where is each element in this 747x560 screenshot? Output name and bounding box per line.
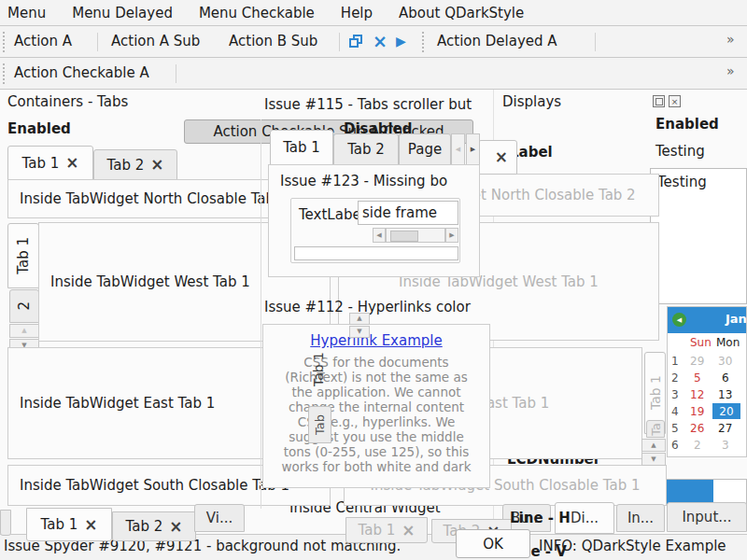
- issue115-tab-1[interactable]: Tab 1: [270, 130, 333, 165]
- tab-scroll-down-button[interactable]: ▼: [641, 453, 666, 466]
- menu-item-help[interactable]: Help: [341, 5, 373, 21]
- north-tab-1[interactable]: Tab 1 ×: [7, 146, 93, 180]
- disabled-south-tab-1[interactable]: Tab 1 ×: [345, 517, 428, 543]
- calendar-day[interactable]: 12: [690, 388, 704, 401]
- tab-label: Page: [408, 141, 442, 158]
- calendar-day[interactable]: 3: [722, 439, 729, 452]
- calendar-day[interactable]: 5: [694, 371, 701, 385]
- close-icon[interactable]: ×: [373, 31, 388, 51]
- scrollbar-track[interactable]: [386, 228, 445, 243]
- dock-tab-inputs-no-fields[interactable]: Input...: [667, 502, 747, 532]
- menu-item-menu-checkable[interactable]: Menu Checkable: [199, 5, 315, 21]
- disabled-east-tab-2[interactable]: Ta: [646, 420, 665, 438]
- calendar-day[interactable]: 19: [690, 405, 704, 418]
- tab-scroll-left-button[interactable]: ◀: [451, 133, 465, 165]
- qdarkstyle-example-window: Menu Menu Delayed Menu Checkable Help Ab…: [0, 0, 747, 560]
- tab-close-icon[interactable]: ×: [169, 519, 182, 535]
- calendar-day[interactable]: 29: [690, 355, 704, 368]
- issue123-frame: TextLabel side frame ◀ ▶: [290, 198, 460, 263]
- calendar-day[interactable]: 27: [718, 422, 732, 435]
- tab-close-icon[interactable]: ×: [495, 149, 508, 165]
- tab-label: Tab: [313, 414, 327, 435]
- play-icon[interactable]: ▶: [396, 34, 406, 49]
- ok-button[interactable]: OK: [456, 529, 530, 558]
- calendar-day[interactable]: 2: [694, 439, 701, 452]
- toolbar-handle[interactable]: [3, 63, 6, 84]
- restore-icon[interactable]: [349, 38, 359, 48]
- disabled-north-tab[interactable]: ×: [478, 140, 517, 175]
- tab-close-icon[interactable]: ×: [65, 155, 78, 171]
- text-browser[interactable]: Testing: [650, 168, 747, 304]
- frame-line-edit[interactable]: side frame: [358, 201, 458, 225]
- displays-window-title[interactable]: Displays: [502, 93, 561, 110]
- progress-bar-fill: [666, 480, 713, 504]
- calendar-day-selected[interactable]: 20: [712, 403, 740, 419]
- calendar-day[interactable]: 26: [690, 422, 704, 435]
- north-tab-2[interactable]: Tab 2 ×: [93, 149, 177, 180]
- menu-item-about[interactable]: About QDarkStyle: [399, 5, 524, 21]
- calendar-month-label[interactable]: Jan: [726, 312, 747, 326]
- displays-enabled-heading: Enabled: [655, 116, 719, 133]
- calendar-day[interactable]: 6: [722, 371, 729, 385]
- action-delayed-a-button[interactable]: Action Delayed A: [437, 33, 557, 49]
- tab-scroll-up-button[interactable]: ▲: [641, 439, 666, 452]
- dock-tab-inputs[interactable]: In...: [616, 504, 665, 532]
- south-tab-1[interactable]: Tab 1 ×: [26, 508, 112, 541]
- issue115-west-tab-small[interactable]: Tab: [308, 406, 331, 443]
- tab-scroll-down-button[interactable]: ▼: [349, 326, 370, 338]
- dock-tab-views[interactable]: Vi...: [194, 504, 245, 532]
- tab-scroll-up-button[interactable]: ▲: [349, 313, 370, 325]
- calendar-week-number: 3: [671, 388, 679, 401]
- tab-close-icon[interactable]: ×: [150, 157, 163, 173]
- action-a-button[interactable]: Action A: [14, 33, 72, 49]
- issue115-tab-3[interactable]: Page: [399, 133, 451, 165]
- tab-close-icon[interactable]: ×: [84, 517, 97, 533]
- float-icon[interactable]: [653, 95, 665, 107]
- progress-bar: [665, 479, 747, 505]
- action-b-sub-button[interactable]: Action B Sub: [229, 33, 317, 49]
- text-label: TextLabel: [299, 206, 365, 223]
- toolbar-overflow-chevron[interactable]: »: [726, 63, 735, 78]
- west-tab-2[interactable]: 2: [9, 289, 39, 323]
- calendar-week-number: 5: [671, 422, 679, 435]
- menu-bar: Menu Menu Delayed Menu Checkable Help Ab…: [0, 0, 747, 26]
- empty-field[interactable]: [294, 246, 458, 260]
- tab-scroll-right-button[interactable]: ▶: [466, 133, 480, 165]
- calendar-day[interactable]: 13: [718, 388, 732, 401]
- action-a-sub-button[interactable]: Action A Sub: [111, 33, 200, 49]
- toolbar-separator: [339, 33, 340, 51]
- text-browser-content: Testing: [657, 174, 707, 190]
- scrollbar-left-button[interactable]: ◀: [373, 228, 386, 243]
- toolbar-handle[interactable]: [3, 32, 6, 52]
- calendar-day[interactable]: 30: [718, 355, 732, 368]
- tab-scroll-up-button[interactable]: ▲: [9, 324, 39, 338]
- calendar-weekday-mon: Mon: [716, 336, 740, 349]
- toolbar-overflow-chevron[interactable]: »: [726, 32, 735, 47]
- calendar-weekday-sun: Sun: [690, 336, 712, 349]
- south-pane-content: Inside TabWidget South Closable Tab 1: [20, 477, 289, 494]
- issue115-west-tab-label[interactable]: Tab 1: [311, 352, 326, 386]
- tab-stub[interactable]: [0, 510, 11, 536]
- menu-item-menu-delayed[interactable]: Menu Delayed: [72, 5, 173, 21]
- toolbar-separator: [176, 64, 176, 83]
- toolbar-handle[interactable]: [422, 32, 425, 52]
- scrollbar-right-button[interactable]: ▶: [445, 228, 458, 243]
- hyperlink-text-line: change the internal content: [263, 399, 489, 414]
- tab-close-icon[interactable]: ×: [402, 523, 415, 539]
- containers-tabs-window-title[interactable]: Containers - Tabs: [7, 93, 128, 110]
- menu-item-menu[interactable]: Menu: [7, 5, 46, 21]
- dock-tab-label: Vi...: [206, 510, 233, 526]
- south-tab-2[interactable]: Tab 2 ×: [112, 511, 196, 541]
- tab-label: Tab 1: [283, 139, 320, 156]
- scrollbar-handle[interactable]: [390, 231, 418, 242]
- calendar-selected-day-label: 20: [719, 405, 733, 418]
- west-tab-1[interactable]: Tab 1: [7, 223, 39, 288]
- close-icon[interactable]: ×: [669, 95, 681, 107]
- hyperlink-example-link[interactable]: Hyperlink Example: [310, 332, 442, 349]
- calendar-week-number: 6: [671, 439, 679, 452]
- action-checkable-a-button[interactable]: Action Checkable A: [14, 64, 149, 81]
- calendar-widget[interactable]: ◀ Jan Sun Mon 1 2 3 4 5 6 29 5 12 19 26 …: [667, 306, 747, 457]
- line-h-heading: Line - H: [510, 510, 571, 526]
- calendar-prev-month-icon[interactable]: ◀: [672, 313, 686, 327]
- issue115-tab-2[interactable]: Tab 2: [333, 133, 399, 165]
